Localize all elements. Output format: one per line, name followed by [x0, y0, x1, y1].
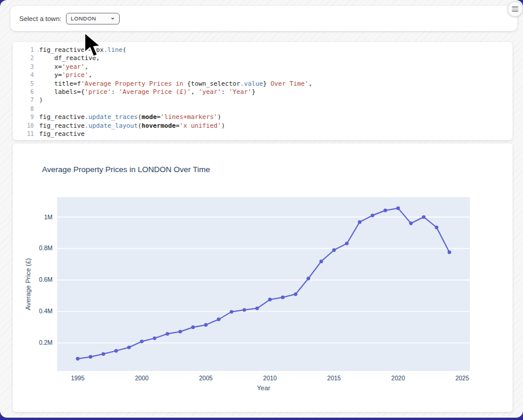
code-line: 8 [13, 105, 512, 113]
data-point-marker[interactable] [255, 306, 259, 310]
y-axis-title: Average Price (£) [25, 258, 32, 310]
code-line: 2 df_reactive, [13, 54, 512, 62]
y-tick-label: 0.4M [39, 307, 53, 314]
line-number: 10 [13, 122, 39, 130]
data-point-marker[interactable] [371, 214, 374, 217]
data-point-marker[interactable] [396, 206, 400, 210]
line-number: 5 [13, 80, 39, 88]
code-line: 4 y='price', [13, 71, 512, 79]
x-tick-label: 2015 [327, 374, 341, 382]
data-point-marker[interactable] [306, 276, 310, 280]
town-select[interactable]: LONDON ⌄ [66, 13, 120, 24]
data-point-marker[interactable] [268, 298, 271, 301]
code-line: 5 title=f'Average Property Prices in {to… [13, 80, 512, 88]
data-point-marker[interactable] [242, 308, 246, 312]
line-number: 3 [13, 63, 39, 71]
line-number: 6 [13, 88, 39, 96]
data-point-marker[interactable] [294, 292, 297, 296]
data-point-marker[interactable] [448, 250, 451, 254]
data-point-marker[interactable] [217, 317, 221, 321]
data-point-marker[interactable] [153, 337, 156, 340]
data-point-marker[interactable] [179, 330, 182, 333]
y-tick-label: 1M [44, 214, 53, 220]
data-point-marker[interactable] [422, 215, 426, 219]
fold-chevron-icon[interactable]: ⌄ [37, 46, 40, 54]
line-number: 8 [13, 105, 39, 113]
x-tick-label: 2025 [455, 374, 469, 382]
x-tick-label: 2000 [135, 374, 149, 382]
chevron-down-icon: ⌄ [110, 15, 115, 20]
data-point-marker[interactable] [76, 357, 79, 360]
data-point-marker[interactable] [409, 222, 413, 225]
x-tick-label: 2020 [391, 374, 405, 382]
notebook-page: Select a town: LONDON ⌄ 1⌄fig_reactive =… [0, 0, 523, 418]
y-tick-label: 0.6M [39, 276, 53, 283]
data-point-marker[interactable] [89, 355, 92, 359]
code-line: 7) [13, 96, 512, 104]
chart-output-cell: Average Property Prices in LONDON Over T… [13, 144, 512, 412]
code-line: 1⌄fig_reactive = px.line( [13, 46, 512, 54]
data-point-marker[interactable] [319, 260, 323, 263]
x-axis-title: Year [257, 384, 270, 391]
data-point-marker[interactable] [140, 340, 144, 343]
code-line: 11fig_reactive [13, 130, 512, 138]
x-tick-label: 1995 [71, 374, 85, 382]
x-tick-label: 2010 [263, 374, 277, 382]
code-line: 3 x='year', [13, 63, 512, 71]
town-select-label: Select a town: [19, 15, 61, 22]
line-number: 4 [13, 71, 39, 79]
data-point-marker[interactable] [114, 349, 118, 352]
y-tick-label: 0.8M [39, 244, 53, 251]
data-point-marker[interactable] [345, 242, 348, 245]
line-number: 7 [13, 96, 39, 104]
code-line: 6 labels={'price': 'Average Price (£)', … [13, 88, 512, 96]
y-tick-label: 0.2M [39, 339, 53, 346]
data-point-marker[interactable] [332, 249, 336, 252]
data-point-marker[interactable] [166, 332, 169, 335]
line-number: 11 [13, 130, 39, 138]
code-editor[interactable]: 1⌄fig_reactive = px.line(2 df_reactive,3… [13, 42, 512, 138]
price-chart-svg[interactable]: 0.2M0.4M0.6M0.8M1M1995200020052010201520… [13, 144, 512, 412]
data-point-marker[interactable] [204, 323, 208, 327]
line-number: 2 [13, 54, 39, 62]
data-point-marker[interactable] [127, 345, 131, 349]
x-tick-label: 2005 [199, 374, 213, 382]
data-point-marker[interactable] [435, 226, 438, 229]
line-number: 9 [13, 113, 39, 121]
town-selector-bar: Select a town: LONDON ⌄ [11, 6, 517, 31]
hamburger-icon [512, 6, 518, 8]
data-point-marker[interactable] [191, 326, 195, 329]
code-cell[interactable]: 1⌄fig_reactive = px.line(2 df_reactive,3… [13, 42, 512, 140]
data-point-marker[interactable] [102, 352, 105, 356]
code-line: 10fig_reactive.update_layout(hovermode='… [13, 122, 512, 130]
menu-button[interactable] [507, 1, 523, 17]
code-line: 9fig_reactive.update_traces(mode='lines+… [13, 113, 512, 121]
line-number: 1⌄ [13, 46, 39, 54]
data-point-marker[interactable] [230, 310, 233, 313]
data-point-marker[interactable] [281, 296, 284, 299]
data-point-marker[interactable] [358, 220, 361, 224]
town-select-value: LONDON [71, 15, 96, 22]
plot-area[interactable] [57, 197, 470, 371]
data-point-marker[interactable] [383, 209, 387, 212]
